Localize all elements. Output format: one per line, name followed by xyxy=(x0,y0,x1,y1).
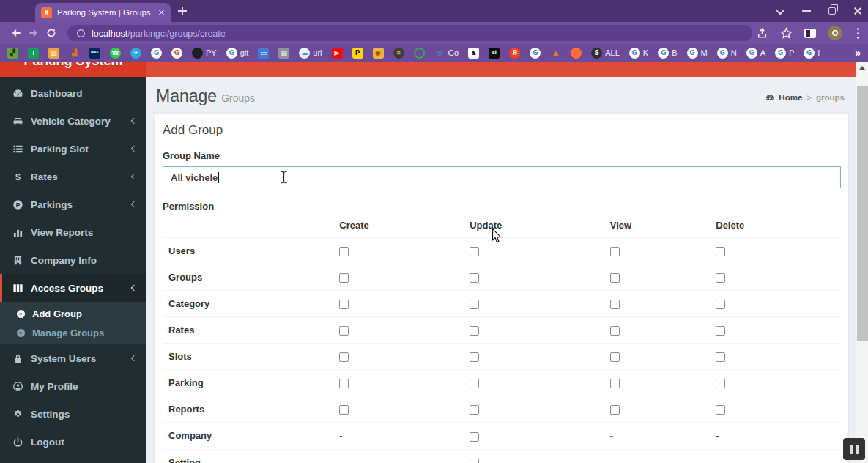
sidebar-item-vehicle-category[interactable]: Vehicle Category xyxy=(0,107,146,135)
checkbox-groups-delete[interactable] xyxy=(716,273,725,283)
checkbox-category-view[interactable] xyxy=(610,300,620,309)
vertical-scrollbar[interactable] xyxy=(856,62,868,463)
yellow-p-bookmark[interactable]: P xyxy=(352,48,363,59)
checkbox-setting-update[interactable] xyxy=(470,459,479,463)
sidebar-item-my-profile[interactable]: My Profile xyxy=(0,372,146,400)
checkbox-reports-delete[interactable] xyxy=(716,405,725,415)
sidebar-item-dashboard[interactable]: Dashboard xyxy=(0,79,146,107)
sidebar-item-company-info[interactable]: Company Info xyxy=(0,246,146,274)
sidebar-item-access-groups[interactable]: Access Groups xyxy=(0,274,146,302)
whatsapp-bookmark[interactable]: ☎ xyxy=(110,48,121,59)
new-tab-icon[interactable] xyxy=(178,7,187,15)
checkbox-users-delete[interactable] xyxy=(716,247,725,256)
gray-app-bookmark[interactable]: ▤ xyxy=(278,48,289,59)
checkbox-category-update[interactable] xyxy=(470,300,479,309)
eagle-bookmark[interactable]: ♞ xyxy=(468,48,479,59)
forward-icon[interactable] xyxy=(25,27,42,39)
recorder-pause-button[interactable] xyxy=(843,438,865,460)
ads-bookmark[interactable]: ▞ xyxy=(7,48,18,59)
matlab-bookmark[interactable]: ▲ xyxy=(550,48,561,59)
window-restore-icon[interactable] xyxy=(828,7,836,15)
checkbox-parking-delete[interactable] xyxy=(716,379,725,388)
checkbox-reports-create[interactable] xyxy=(339,405,349,415)
google-p-bookmark[interactable]: GP xyxy=(775,48,794,59)
checkbox-parking-view[interactable] xyxy=(610,379,620,388)
checkbox-users-view[interactable] xyxy=(610,247,620,256)
scrollbar-thumb[interactable] xyxy=(857,86,868,341)
group-name-input[interactable]: All vichele xyxy=(163,166,841,188)
checkbox-users-update[interactable] xyxy=(470,247,479,256)
google-a-bookmark[interactable]: GA xyxy=(746,48,765,59)
tab-close-icon[interactable] xyxy=(157,9,165,16)
browser-tab[interactable]: X Parking System | Groups xyxy=(35,3,171,22)
google-git-bookmark[interactable]: Ggit xyxy=(226,48,249,59)
side-panel-icon[interactable] xyxy=(804,29,816,38)
google-k-bookmark[interactable]: GK xyxy=(629,48,648,59)
cl-bookmark[interactable]: cl xyxy=(489,48,500,59)
breadcrumb-home-link[interactable]: Home xyxy=(779,93,802,102)
sidebar-item-system-users[interactable]: System Users xyxy=(0,344,146,372)
checkbox-parking-create[interactable] xyxy=(339,379,349,388)
google-i-bookmark[interactable]: GI xyxy=(804,48,820,59)
checkbox-rates-view[interactable] xyxy=(610,326,620,336)
youtube-bookmark[interactable]: ▶ xyxy=(332,48,343,59)
cart-bookmark[interactable]: ¤ xyxy=(393,48,404,59)
checkbox-reports-view[interactable] xyxy=(610,405,620,415)
checkbox-groups-update[interactable] xyxy=(470,273,479,283)
flame-bookmark[interactable] xyxy=(571,48,582,59)
orange-app-bookmark[interactable]: ▨ xyxy=(48,48,59,59)
bookmark-star-icon[interactable] xyxy=(780,27,793,40)
sidebar-item-logout[interactable]: Logout xyxy=(0,428,146,456)
bookmarks-overflow-icon[interactable]: » xyxy=(855,47,861,59)
checkbox-rates-create[interactable] xyxy=(339,326,349,336)
github-bookmark[interactable]: PY xyxy=(192,48,217,59)
blue-app-bookmark[interactable]: ▭ xyxy=(258,48,269,59)
camera-bookmark[interactable]: ◉ xyxy=(373,48,384,59)
window-minimize-icon[interactable] xyxy=(802,10,811,12)
profile-avatar[interactable]: O xyxy=(828,26,842,40)
info-icon[interactable] xyxy=(76,29,86,38)
yandex-bookmark[interactable]: Я xyxy=(509,48,520,59)
checkbox-company-update[interactable] xyxy=(470,432,479,442)
sidebar-item-parking-slot[interactable]: Parking Slot xyxy=(0,135,146,163)
checkbox-reports-update[interactable] xyxy=(470,405,479,415)
sidebar-item-parkings[interactable]: PParkings xyxy=(0,190,146,218)
sidebar-item-settings[interactable]: Settings xyxy=(0,400,146,428)
checkbox-slots-view[interactable] xyxy=(610,352,620,362)
address-bar[interactable]: localhost/parkingci/groups/create xyxy=(67,25,752,41)
checkbox-groups-create[interactable] xyxy=(339,273,349,283)
google-2-bookmark[interactable]: G xyxy=(171,48,182,59)
analytics-bookmark[interactable]: ▟ xyxy=(69,48,80,59)
google-b-bookmark[interactable]: GB xyxy=(658,48,677,59)
checkbox-slots-create[interactable] xyxy=(339,352,349,362)
checkbox-rates-update[interactable] xyxy=(470,326,479,336)
menu-dots-icon[interactable] xyxy=(857,32,859,34)
checkbox-slots-update[interactable] xyxy=(470,352,479,362)
app-logo[interactable]: Parking System xyxy=(0,62,146,77)
google-bookmark[interactable]: G xyxy=(151,48,162,59)
sidebar-item-rates[interactable]: $Rates xyxy=(0,163,146,190)
checkbox-category-create[interactable] xyxy=(339,300,349,309)
sheets-bookmark[interactable]: + xyxy=(28,48,39,59)
telegram-bookmark[interactable]: ✈ xyxy=(130,48,141,59)
back-icon[interactable] xyxy=(7,27,25,39)
google-n-bookmark[interactable]: GN xyxy=(717,48,737,59)
sidebar-subitem-manage-groups[interactable]: Manage Groups xyxy=(0,323,146,342)
sidebar-item-view-reports[interactable]: View Reports xyxy=(0,218,146,246)
checkbox-users-create[interactable] xyxy=(339,247,349,256)
checkbox-rates-delete[interactable] xyxy=(716,326,725,336)
share-icon[interactable] xyxy=(756,27,768,40)
sidebar-subitem-add-group[interactable]: Add Group xyxy=(0,304,146,323)
reload-icon[interactable] xyxy=(42,27,60,39)
window-close-icon[interactable] xyxy=(853,7,862,15)
godaddy-bookmark[interactable]: ◎Go xyxy=(434,48,459,59)
url-tool-bookmark[interactable]: ☁url xyxy=(299,48,322,59)
green-ring-bookmark[interactable] xyxy=(414,48,425,59)
checkbox-slots-delete[interactable] xyxy=(716,352,725,362)
ieee-bookmark[interactable]: IEEE xyxy=(89,48,100,59)
google-3-bookmark[interactable]: G xyxy=(530,48,541,59)
globe-all-bookmark[interactable]: SALL xyxy=(591,48,620,59)
checkbox-category-delete[interactable] xyxy=(716,300,725,309)
checkbox-groups-view[interactable] xyxy=(610,273,620,283)
checkbox-parking-update[interactable] xyxy=(470,379,479,388)
